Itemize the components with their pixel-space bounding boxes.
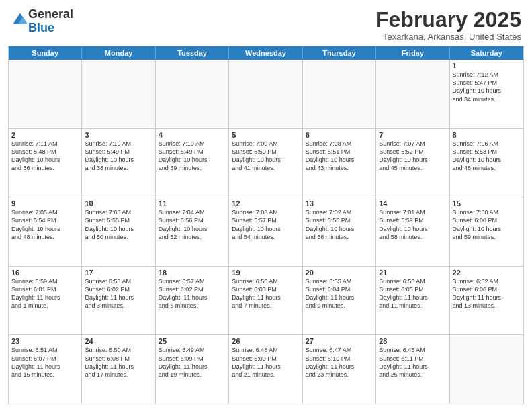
day-info: Sunrise: 6:45 AM Sunset: 6:11 PM Dayligh… xyxy=(379,346,446,379)
day-info: Sunrise: 7:06 AM Sunset: 5:53 PM Dayligh… xyxy=(453,140,521,173)
logo-general: General xyxy=(28,7,73,21)
day-info: Sunrise: 6:57 AM Sunset: 6:02 PM Dayligh… xyxy=(159,277,226,310)
day-cell xyxy=(82,60,155,128)
day-info: Sunrise: 6:53 AM Sunset: 6:05 PM Dayligh… xyxy=(379,277,446,310)
day-cell xyxy=(156,60,229,128)
day-info: Sunrise: 7:05 AM Sunset: 5:55 PM Dayligh… xyxy=(85,208,152,241)
day-info: Sunrise: 6:47 AM Sunset: 6:10 PM Dayligh… xyxy=(306,346,373,379)
day-cell: 4Sunrise: 7:10 AM Sunset: 5:49 PM Daylig… xyxy=(156,129,229,197)
day-info: Sunrise: 7:03 AM Sunset: 5:57 PM Dayligh… xyxy=(232,208,299,241)
day-cell xyxy=(450,335,523,404)
day-cell: 21Sunrise: 6:53 AM Sunset: 6:05 PM Dayli… xyxy=(376,267,449,335)
calendar: SundayMondayTuesdayWednesdayThursdayFrid… xyxy=(8,46,524,404)
day-info: Sunrise: 6:51 AM Sunset: 6:07 PM Dayligh… xyxy=(11,346,79,379)
day-header: Tuesday xyxy=(156,46,229,60)
day-number: 12 xyxy=(232,199,299,208)
day-header: Monday xyxy=(82,46,155,60)
day-number: 28 xyxy=(379,337,446,345)
day-cell: 12Sunrise: 7:03 AM Sunset: 5:57 PM Dayli… xyxy=(229,197,302,266)
day-info: Sunrise: 6:55 AM Sunset: 6:04 PM Dayligh… xyxy=(306,277,373,310)
day-info: Sunrise: 6:59 AM Sunset: 6:01 PM Dayligh… xyxy=(11,277,79,310)
day-cell: 19Sunrise: 6:56 AM Sunset: 6:03 PM Dayli… xyxy=(229,267,302,335)
day-cell xyxy=(9,60,82,128)
month-title: February 2025 xyxy=(375,8,521,32)
day-cell: 18Sunrise: 6:57 AM Sunset: 6:02 PM Dayli… xyxy=(156,267,229,335)
day-cell: 26Sunrise: 6:48 AM Sunset: 6:09 PM Dayli… xyxy=(229,335,302,404)
day-info: Sunrise: 7:10 AM Sunset: 5:49 PM Dayligh… xyxy=(159,140,226,173)
day-info: Sunrise: 7:00 AM Sunset: 6:00 PM Dayligh… xyxy=(453,208,521,241)
day-number: 7 xyxy=(379,131,446,139)
page: General Blue February 2025 Texarkana, Ar… xyxy=(0,0,532,411)
day-info: Sunrise: 6:56 AM Sunset: 6:03 PM Dayligh… xyxy=(232,277,299,310)
day-cell: 13Sunrise: 7:02 AM Sunset: 5:58 PM Dayli… xyxy=(303,197,376,266)
title-block: February 2025 Texarkana, Arkansas, Unite… xyxy=(375,8,521,42)
day-info: Sunrise: 7:01 AM Sunset: 5:59 PM Dayligh… xyxy=(379,208,446,241)
day-cell xyxy=(229,60,302,128)
day-cell: 24Sunrise: 6:50 AM Sunset: 6:08 PM Dayli… xyxy=(82,335,155,404)
day-number: 18 xyxy=(159,269,226,277)
day-cell: 16Sunrise: 6:59 AM Sunset: 6:01 PM Dayli… xyxy=(9,267,82,335)
week-row: 2Sunrise: 7:11 AM Sunset: 5:48 PM Daylig… xyxy=(9,129,523,198)
day-info: Sunrise: 7:02 AM Sunset: 5:58 PM Dayligh… xyxy=(306,208,373,241)
day-number: 1 xyxy=(453,62,521,70)
day-info: Sunrise: 6:50 AM Sunset: 6:08 PM Dayligh… xyxy=(85,346,152,379)
day-info: Sunrise: 6:48 AM Sunset: 6:09 PM Dayligh… xyxy=(232,346,299,379)
day-number: 2 xyxy=(11,131,79,139)
day-cell: 25Sunrise: 6:49 AM Sunset: 6:09 PM Dayli… xyxy=(156,335,229,404)
day-header: Wednesday xyxy=(229,46,302,60)
day-info: Sunrise: 7:12 AM Sunset: 5:47 PM Dayligh… xyxy=(453,71,521,103)
day-number: 23 xyxy=(11,337,79,345)
day-number: 21 xyxy=(379,269,446,277)
day-number: 13 xyxy=(306,199,373,208)
header: General Blue February 2025 Texarkana, Ar… xyxy=(0,0,532,46)
day-cell xyxy=(303,60,376,128)
week-row: 9Sunrise: 7:05 AM Sunset: 5:54 PM Daylig… xyxy=(9,197,523,267)
day-header: Friday xyxy=(376,46,449,60)
day-header: Thursday xyxy=(303,46,376,60)
day-cell: 1Sunrise: 7:12 AM Sunset: 5:47 PM Daylig… xyxy=(450,60,523,128)
day-cell: 9Sunrise: 7:05 AM Sunset: 5:54 PM Daylig… xyxy=(9,197,82,266)
day-info: Sunrise: 6:52 AM Sunset: 6:06 PM Dayligh… xyxy=(453,277,521,310)
day-info: Sunrise: 6:58 AM Sunset: 6:02 PM Dayligh… xyxy=(85,277,152,310)
day-number: 14 xyxy=(379,199,446,208)
day-number: 3 xyxy=(85,131,152,139)
day-cell: 8Sunrise: 7:06 AM Sunset: 5:53 PM Daylig… xyxy=(450,129,523,197)
day-cell: 11Sunrise: 7:04 AM Sunset: 5:56 PM Dayli… xyxy=(156,197,229,266)
day-number: 9 xyxy=(11,199,79,208)
day-info: Sunrise: 7:05 AM Sunset: 5:54 PM Dayligh… xyxy=(11,208,79,241)
day-cell: 14Sunrise: 7:01 AM Sunset: 5:59 PM Dayli… xyxy=(376,197,449,266)
day-cell: 23Sunrise: 6:51 AM Sunset: 6:07 PM Dayli… xyxy=(9,335,82,404)
day-number: 8 xyxy=(453,131,521,139)
day-info: Sunrise: 6:49 AM Sunset: 6:09 PM Dayligh… xyxy=(159,346,226,379)
day-number: 26 xyxy=(232,337,299,345)
location: Texarkana, Arkansas, United States xyxy=(375,32,521,42)
day-header: Saturday xyxy=(450,46,523,60)
day-number: 4 xyxy=(159,131,226,139)
day-cell: 17Sunrise: 6:58 AM Sunset: 6:02 PM Dayli… xyxy=(82,267,155,335)
day-number: 15 xyxy=(453,199,521,208)
day-cell: 15Sunrise: 7:00 AM Sunset: 6:00 PM Dayli… xyxy=(450,197,523,266)
day-number: 25 xyxy=(159,337,226,345)
day-number: 5 xyxy=(232,131,299,139)
weeks: 1Sunrise: 7:12 AM Sunset: 5:47 PM Daylig… xyxy=(9,60,523,404)
day-info: Sunrise: 7:11 AM Sunset: 5:48 PM Dayligh… xyxy=(11,140,79,173)
day-info: Sunrise: 7:08 AM Sunset: 5:51 PM Dayligh… xyxy=(306,140,373,173)
logo: General Blue xyxy=(11,8,73,35)
day-cell: 28Sunrise: 6:45 AM Sunset: 6:11 PM Dayli… xyxy=(376,335,449,404)
day-info: Sunrise: 7:10 AM Sunset: 5:49 PM Dayligh… xyxy=(85,140,152,173)
day-info: Sunrise: 7:07 AM Sunset: 5:52 PM Dayligh… xyxy=(379,140,446,173)
day-cell: 10Sunrise: 7:05 AM Sunset: 5:55 PM Dayli… xyxy=(82,197,155,266)
day-number: 19 xyxy=(232,269,299,277)
day-info: Sunrise: 7:04 AM Sunset: 5:56 PM Dayligh… xyxy=(159,208,226,241)
day-cell: 3Sunrise: 7:10 AM Sunset: 5:49 PM Daylig… xyxy=(82,129,155,197)
logo-blue: Blue xyxy=(28,21,54,34)
day-cell: 2Sunrise: 7:11 AM Sunset: 5:48 PM Daylig… xyxy=(9,129,82,197)
day-cell: 5Sunrise: 7:09 AM Sunset: 5:50 PM Daylig… xyxy=(229,129,302,197)
logo-icon xyxy=(12,12,28,28)
day-number: 16 xyxy=(11,269,79,277)
logo-text: General Blue xyxy=(28,8,73,35)
week-row: 16Sunrise: 6:59 AM Sunset: 6:01 PM Dayli… xyxy=(9,267,523,336)
day-cell: 22Sunrise: 6:52 AM Sunset: 6:06 PM Dayli… xyxy=(450,267,523,335)
day-number: 22 xyxy=(453,269,521,277)
day-number: 6 xyxy=(306,131,373,139)
